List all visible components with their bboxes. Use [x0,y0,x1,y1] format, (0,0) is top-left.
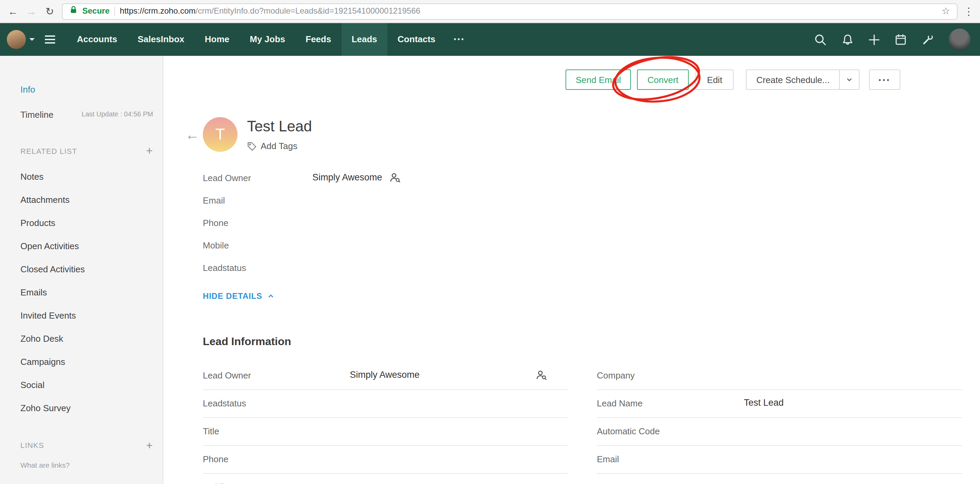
lead-avatar-letter: T [215,125,225,143]
owner-lookup-icon[interactable] [536,369,547,381]
quick-create-plus-icon[interactable] [869,34,880,45]
detail-row: Title [203,418,568,446]
summary-row: Mobile [203,234,980,256]
sidebar-item-timeline[interactable]: Timeline Last Update : 04:56 PM [21,109,163,120]
send-email-button[interactable]: Send Email [566,69,631,90]
timeline-label: Timeline [21,109,53,120]
notifications-bell-icon[interactable] [841,33,854,46]
detail-row: Company [597,362,962,390]
omnibox-divider [115,6,115,16]
field-label: Mobile [203,240,312,250]
hide-details-toggle[interactable]: HIDE DETAILS [203,291,980,301]
edit-button[interactable]: Edit [695,69,734,90]
nav-tab-feeds[interactable]: Feeds [295,23,341,56]
nav-more-icon[interactable]: ••• [446,23,473,56]
nav-tab-my-jobs[interactable]: My Jobs [240,23,295,56]
sidebar-item-open-activities[interactable]: Open Activities [21,234,163,258]
browser-refresh-icon[interactable]: ↻ [43,5,56,18]
lead-detail-main: Send Email Convert Edit Create Schedule.… [163,56,980,484]
links-plus-icon[interactable]: + [146,439,153,453]
field-label: Automatic Code [597,426,744,437]
org-caret-down-icon[interactable] [29,38,35,41]
field-value: Test Lead [744,398,784,409]
nav-tab-accounts[interactable]: Accounts [67,23,127,56]
bookmark-star-icon[interactable]: ☆ [942,5,950,17]
left-sidebar: Info Timeline Last Update : 04:56 PM REL… [0,56,163,484]
convert-button[interactable]: Convert [637,69,689,90]
lead-avatar: T [203,117,237,152]
settings-wrench-icon[interactable] [921,33,934,46]
detail-row: Lead Owner Simply Awesome [203,362,568,390]
detail-row: Email [597,446,962,473]
detail-row: Mobile [203,473,568,484]
sidebar-item-social[interactable]: Social [21,373,163,396]
search-icon[interactable] [814,33,827,46]
field-value: Simply Awesome [350,370,420,381]
links-hint: What are links? [21,461,163,470]
owner-lookup-icon[interactable] [389,172,401,184]
field-label: Lead Name [597,398,744,409]
detail-row: Phone [203,446,568,473]
browser-window: ← → ↻ Secure https://crm.zoho.com/crm/En… [0,0,980,484]
more-actions-button[interactable]: ••• [869,69,900,90]
sidebar-item-closed-activities[interactable]: Closed Activities [21,258,163,281]
lead-summary: Lead Owner Simply Awesome Email Phone [203,167,980,279]
field-label: Phone [203,454,350,465]
detail-row: Fax [597,473,962,484]
lead-name: Test Lead [247,118,312,135]
summary-row: Lead Owner Simply Awesome [203,167,980,189]
detail-row: Leadstatus [203,390,568,418]
sidebar-item-products[interactable]: Products [21,211,163,234]
sidebar-item-info[interactable]: Info [21,84,163,95]
nav-tab-salesinbox[interactable]: SalesInbox [127,23,194,56]
add-tags-link[interactable]: Add Tags [247,141,312,151]
summary-row: Leadstatus [203,256,980,279]
field-label: Leadstatus [203,263,312,273]
browser-back-icon[interactable]: ← [7,5,19,18]
lead-information-grid: Lead Owner Simply Awesome Leadstatus Tit… [203,362,980,484]
related-list-title: RELATED LIST [21,147,77,156]
section-title: Lead Information [203,335,980,348]
create-schedule-button[interactable]: Create Schedule... [746,69,840,90]
top-navbar: Accounts SalesInbox Home My Jobs Feeds L… [0,23,980,56]
field-label: Title [203,426,350,437]
sidebar-item-emails[interactable]: Emails [21,281,163,304]
back-arrow-icon[interactable]: ← [185,126,202,143]
hamburger-menu-icon[interactable] [45,35,55,43]
address-bar[interactable]: Secure https://crm.zoho.com/crm/EntityIn… [62,3,958,19]
hide-details-label: HIDE DETAILS [203,291,262,301]
user-avatar[interactable] [949,29,970,50]
org-avatar[interactable] [7,30,26,49]
field-label: Leadstatus [203,398,350,409]
app-body: Info Timeline Last Update : 04:56 PM REL… [0,56,980,484]
sidebar-item-campaigns[interactable]: Campaigns [21,350,163,373]
browser-menu-icon[interactable]: ⋮ [964,5,973,18]
nav-tab-home[interactable]: Home [195,23,240,56]
sidebar-item-zoho-desk[interactable]: Zoho Desk [21,327,163,350]
sidebar-item-notes[interactable]: Notes [21,165,163,188]
last-update-meta: Last Update : 04:56 PM [82,111,153,119]
nav-tab-contacts[interactable]: Contacts [387,23,445,56]
url-path: /crm/EntityInfo.do?module=Leads&id=19215… [196,6,421,16]
detail-row: Automatic Code [597,418,962,446]
field-label: Email [203,195,312,205]
url-host: https://crm.zoho.com [120,6,196,16]
add-tags-label: Add Tags [261,141,298,151]
field-label: Fax [597,482,744,484]
sidebar-item-invited-events[interactable]: Invited Events [21,304,163,327]
related-list-header: RELATED LIST + [21,144,163,158]
nav-tab-leads[interactable]: Leads [341,23,387,56]
secure-label: Secure [82,6,110,16]
lead-header: ← T Test Lead Add Tags [185,117,980,152]
sidebar-item-attachments[interactable]: Attachments [21,188,163,211]
calendar-icon[interactable] [894,33,907,46]
create-schedule-caret-button[interactable] [839,69,859,90]
chevron-up-icon [268,293,275,299]
summary-row: Email [203,189,980,212]
related-list-plus-icon[interactable]: + [146,144,153,158]
lead-title-block: Test Lead Add Tags [247,118,312,151]
field-label: Phone [203,218,312,228]
sidebar-item-zoho-survey[interactable]: Zoho Survey [21,396,163,420]
links-header: LINKS + [21,439,163,453]
field-label: Mobile [203,482,350,484]
